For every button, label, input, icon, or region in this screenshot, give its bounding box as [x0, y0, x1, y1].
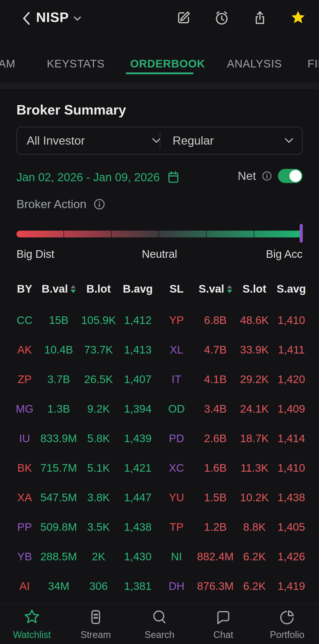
market-filter-value: Regular [173, 134, 214, 147]
investor-filter-dropdown[interactable]: All Investor [27, 127, 160, 154]
sell-avg: 1,411 [274, 344, 309, 356]
sell-value: 1.2B [196, 521, 235, 533]
gauge-separator [64, 231, 64, 237]
nav-stream[interactable]: Stream [64, 604, 128, 644]
gauge-separator [111, 231, 112, 237]
table-row[interactable]: AK 10.4B 73.7K 1,413 XL 4.7B 33.9K 1,411 [10, 335, 309, 364]
nav-chat[interactable]: Chat [191, 604, 255, 644]
nav-label: Stream [81, 629, 111, 640]
sell-avg: 1,414 [274, 432, 309, 445]
filter-box: All Investor Regular [16, 127, 303, 155]
sell-avg: 1,410 [274, 462, 309, 474]
broker-action-label: Broker Action [16, 197, 87, 211]
col-header-bval[interactable]: B.val [39, 283, 79, 295]
buy-avg: 1,430 [118, 550, 157, 563]
bottom-navigation: Watchlist Stream Search Chat Portfolio [0, 603, 319, 644]
col-header-by: BY [10, 283, 39, 295]
table-row[interactable]: XA 547.5M 3.8K 1,447 YU 1.5B 10.2K 1,438 [10, 483, 309, 512]
tab-orderbook[interactable]: ORDERBOOK [130, 58, 205, 70]
gauge-separator [206, 231, 207, 237]
table-row[interactable]: ZP 3.7B 26.5K 1,407 IT 4.1B 29.2K 1,420 [10, 364, 309, 394]
sell-broker-code: XL [157, 344, 196, 356]
stream-icon [87, 608, 104, 626]
chat-bubble-icon [215, 608, 232, 626]
nav-portfolio[interactable]: Portfolio [255, 604, 319, 644]
price-alert-button[interactable] [213, 9, 230, 26]
buy-lot: 73.7K [79, 344, 118, 356]
net-toggle[interactable] [278, 169, 303, 183]
edit-icon [176, 10, 191, 26]
table-row[interactable]: IU 833.9M 5.8K 1,439 PD 2.6B 18.7K 1,414 [10, 424, 309, 453]
market-filter-dropdown[interactable]: Regular [173, 127, 294, 154]
ticker-selector[interactable]: NISP [36, 9, 81, 25]
top-bar: NISP [0, 0, 319, 42]
sell-lot: 29.2K [235, 373, 274, 386]
net-label: Net [238, 169, 256, 183]
buy-value: 3.7B [39, 373, 79, 386]
buy-broker-code: CC [10, 314, 39, 327]
buy-value: 833.9M [39, 432, 79, 445]
buy-value: 1.3B [39, 403, 79, 415]
edit-note-button[interactable] [175, 9, 192, 26]
filter-divider [160, 132, 160, 149]
buy-broker-code: BK [10, 462, 39, 474]
buy-broker-code: ZP [10, 373, 39, 386]
back-button[interactable] [20, 10, 33, 26]
col-header-bavg: B.avg [118, 283, 157, 295]
buy-broker-code: IU [10, 432, 39, 445]
active-tab-indicator [126, 72, 193, 74]
gauge-label-big-acc: Big Acc [266, 248, 303, 260]
sell-avg: 1,409 [274, 403, 309, 415]
sell-value: 6.8B [196, 314, 235, 327]
sell-lot: 33.9K [235, 344, 274, 356]
sell-avg: 1,426 [274, 550, 309, 563]
sell-broker-code: PD [157, 432, 196, 445]
table-row[interactable]: PP 509.8M 3.5K 1,438 TP 1.2B 8.8K 1,405 [10, 512, 309, 542]
broker-table-header: BY B.val B.lot B.avg SL S.val S.lot S.av… [10, 282, 309, 296]
chevron-down-icon [284, 138, 294, 144]
info-icon[interactable] [262, 171, 272, 181]
pie-chart-icon [278, 608, 296, 626]
gauge-separator [158, 231, 159, 237]
sell-broker-code: YP [157, 314, 196, 327]
nav-watchlist[interactable]: Watchlist [0, 604, 64, 644]
sell-broker-code: IT [157, 373, 196, 386]
info-icon[interactable] [93, 198, 105, 210]
buy-avg: 1,439 [118, 432, 157, 445]
table-row[interactable]: CC 15B 105.9K 1,412 YP 6.8B 48.6K 1,410 [10, 305, 309, 335]
tab-analysis[interactable]: ANALYSIS [227, 58, 282, 70]
table-row[interactable]: MG 1.3B 9.2K 1,394 OD 3.4B 24.1K 1,409 [10, 394, 309, 424]
sell-avg: 1,438 [274, 491, 309, 504]
buy-broker-code: AI [10, 580, 39, 592]
page-title: Broker Summary [16, 102, 126, 118]
table-row[interactable]: YB 288.5M 2K 1,430 NI 882.4M 6.2K 1,426 [10, 542, 309, 571]
nav-search[interactable]: Search [128, 604, 191, 644]
buy-value: 509.8M [39, 521, 79, 533]
tab-financial-partial[interactable]: FIN [307, 58, 319, 70]
buy-avg: 1,407 [118, 373, 157, 386]
favorite-button[interactable] [290, 9, 306, 26]
tab-stream-partial[interactable]: AM [0, 58, 15, 70]
buy-lot: 5.8K [79, 432, 118, 445]
share-button[interactable] [252, 9, 268, 26]
date-range-picker[interactable]: Jan 02, 2026 - Jan 09, 2026 [16, 170, 180, 184]
sell-broker-code: OD [157, 403, 196, 415]
buy-value: 288.5M [39, 550, 79, 563]
sell-lot: 24.1K [235, 403, 274, 415]
col-header-sl: SL [157, 283, 196, 295]
table-row[interactable]: AI 34M 306 1,381 DH 876.3M 6.2K 1,419 [10, 571, 309, 601]
col-header-savg: S.avg [274, 283, 309, 295]
col-header-sval[interactable]: S.val [196, 283, 235, 295]
sell-broker-code: XC [157, 462, 196, 474]
buy-value: 547.5M [39, 491, 79, 504]
tab-keystats[interactable]: KEYSTATS [47, 58, 105, 70]
gauge-labels: Big Dist Neutral Big Acc [16, 248, 303, 261]
investor-filter-value: All Investor [27, 134, 85, 147]
table-row[interactable]: BK 715.7M 5.1K 1,421 XC 1.6B 11.3K 1,410 [10, 453, 309, 483]
date-range-value: Jan 02, 2026 - Jan 09, 2026 [16, 171, 160, 184]
buy-avg: 1,394 [118, 403, 157, 415]
sort-icon [71, 285, 76, 293]
sort-icon [227, 285, 232, 293]
buy-broker-code: MG [10, 403, 39, 415]
sell-value: 4.7B [196, 344, 235, 356]
